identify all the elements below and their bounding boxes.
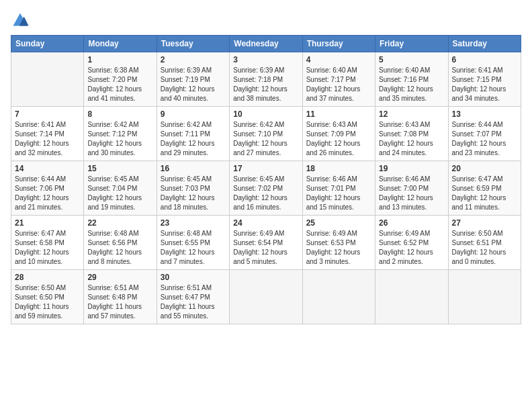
day-info: Sunrise: 6:39 AM Sunset: 7:19 PM Dayligh…: [161, 66, 226, 103]
calendar-cell: 28Sunrise: 6:50 AM Sunset: 6:50 PM Dayli…: [11, 270, 84, 324]
day-number: 5: [379, 55, 444, 64]
day-info: Sunrise: 6:41 AM Sunset: 7:15 PM Dayligh…: [452, 66, 517, 103]
day-info: Sunrise: 6:51 AM Sunset: 6:47 PM Dayligh…: [161, 283, 226, 321]
calendar-week-2: 7Sunrise: 6:41 AM Sunset: 7:14 PM Daylig…: [11, 107, 521, 161]
day-info: Sunrise: 6:50 AM Sunset: 6:50 PM Dayligh…: [15, 283, 80, 321]
day-info: Sunrise: 6:49 AM Sunset: 6:53 PM Dayligh…: [306, 229, 371, 267]
day-info: Sunrise: 6:47 AM Sunset: 6:59 PM Dayligh…: [452, 175, 517, 212]
day-info: Sunrise: 6:40 AM Sunset: 7:17 PM Dayligh…: [306, 66, 371, 103]
calendar-cell: 26Sunrise: 6:49 AM Sunset: 6:52 PM Dayli…: [375, 216, 448, 270]
logo-icon: [11, 11, 30, 30]
day-number: 6: [452, 55, 517, 64]
day-number: 27: [452, 218, 517, 228]
day-number: 28: [15, 273, 80, 282]
day-number: 14: [15, 164, 80, 173]
header-cell-wednesday: Wednesday: [230, 36, 302, 52]
day-number: 22: [87, 218, 152, 228]
calendar-cell: 17Sunrise: 6:45 AM Sunset: 7:02 PM Dayli…: [230, 161, 302, 216]
day-number: 24: [233, 218, 298, 228]
day-number: 2: [161, 55, 226, 64]
calendar-cell: 29Sunrise: 6:51 AM Sunset: 6:48 PM Dayli…: [84, 270, 157, 324]
day-info: Sunrise: 6:42 AM Sunset: 7:10 PM Dayligh…: [233, 120, 298, 158]
calendar-cell: 22Sunrise: 6:48 AM Sunset: 6:56 PM Dayli…: [84, 216, 157, 270]
day-number: 29: [87, 273, 152, 282]
header-cell-sunday: Sunday: [11, 36, 84, 52]
day-info: Sunrise: 6:40 AM Sunset: 7:16 PM Dayligh…: [379, 66, 444, 103]
calendar-cell: 8Sunrise: 6:42 AM Sunset: 7:12 PM Daylig…: [84, 107, 157, 161]
calendar-cell: 18Sunrise: 6:46 AM Sunset: 7:01 PM Dayli…: [302, 161, 375, 216]
calendar-week-3: 14Sunrise: 6:44 AM Sunset: 7:06 PM Dayli…: [11, 161, 521, 216]
day-info: Sunrise: 6:47 AM Sunset: 6:58 PM Dayligh…: [15, 229, 80, 267]
day-number: 18: [306, 164, 371, 173]
day-number: 17: [233, 164, 298, 173]
calendar-cell: [302, 270, 375, 324]
day-info: Sunrise: 6:49 AM Sunset: 6:54 PM Dayligh…: [233, 229, 298, 267]
calendar-cell: 14Sunrise: 6:44 AM Sunset: 7:06 PM Dayli…: [11, 161, 84, 216]
day-info: Sunrise: 6:48 AM Sunset: 6:56 PM Dayligh…: [87, 229, 152, 267]
header-row: SundayMondayTuesdayWednesdayThursdayFrid…: [11, 36, 521, 52]
header-cell-friday: Friday: [375, 36, 448, 52]
calendar-cell: 6Sunrise: 6:41 AM Sunset: 7:15 PM Daylig…: [448, 52, 521, 107]
day-number: 23: [161, 218, 226, 228]
calendar-cell: [448, 270, 521, 324]
calendar-table: SundayMondayTuesdayWednesdayThursdayFrid…: [11, 35, 521, 324]
day-number: 3: [233, 55, 298, 64]
day-number: 20: [452, 164, 517, 173]
day-info: Sunrise: 6:51 AM Sunset: 6:48 PM Dayligh…: [87, 283, 152, 321]
day-info: Sunrise: 6:46 AM Sunset: 7:00 PM Dayligh…: [379, 175, 444, 212]
day-number: 25: [306, 218, 371, 228]
logo: [11, 11, 31, 30]
calendar-cell: 27Sunrise: 6:50 AM Sunset: 6:51 PM Dayli…: [448, 216, 521, 270]
calendar-cell: 21Sunrise: 6:47 AM Sunset: 6:58 PM Dayli…: [11, 216, 84, 270]
day-number: 11: [306, 109, 371, 119]
day-info: Sunrise: 6:46 AM Sunset: 7:01 PM Dayligh…: [306, 175, 371, 212]
day-number: 4: [306, 55, 371, 64]
day-info: Sunrise: 6:41 AM Sunset: 7:14 PM Dayligh…: [15, 120, 80, 158]
day-number: 13: [452, 109, 517, 119]
day-info: Sunrise: 6:42 AM Sunset: 7:12 PM Dayligh…: [87, 120, 152, 158]
calendar-cell: 4Sunrise: 6:40 AM Sunset: 7:17 PM Daylig…: [302, 52, 375, 107]
calendar-cell: [375, 270, 448, 324]
calendar-cell: 25Sunrise: 6:49 AM Sunset: 6:53 PM Dayli…: [302, 216, 375, 270]
day-number: 10: [233, 109, 298, 119]
calendar-cell: 3Sunrise: 6:39 AM Sunset: 7:18 PM Daylig…: [230, 52, 302, 107]
day-info: Sunrise: 6:45 AM Sunset: 7:02 PM Dayligh…: [233, 175, 298, 212]
header-cell-thursday: Thursday: [302, 36, 375, 52]
calendar-cell: 12Sunrise: 6:43 AM Sunset: 7:08 PM Dayli…: [375, 107, 448, 161]
day-number: 8: [87, 109, 152, 119]
day-info: Sunrise: 6:43 AM Sunset: 7:09 PM Dayligh…: [306, 120, 371, 158]
calendar-week-1: 1Sunrise: 6:38 AM Sunset: 7:20 PM Daylig…: [11, 52, 521, 107]
calendar-cell: 19Sunrise: 6:46 AM Sunset: 7:00 PM Dayli…: [375, 161, 448, 216]
day-info: Sunrise: 6:44 AM Sunset: 7:07 PM Dayligh…: [452, 120, 517, 158]
calendar-cell: 16Sunrise: 6:45 AM Sunset: 7:03 PM Dayli…: [157, 161, 229, 216]
day-number: 21: [15, 218, 80, 228]
calendar-cell: 30Sunrise: 6:51 AM Sunset: 6:47 PM Dayli…: [157, 270, 229, 324]
day-number: 19: [379, 164, 444, 173]
day-info: Sunrise: 6:48 AM Sunset: 6:55 PM Dayligh…: [161, 229, 226, 267]
calendar-cell: 2Sunrise: 6:39 AM Sunset: 7:19 PM Daylig…: [157, 52, 229, 107]
calendar-cell: 5Sunrise: 6:40 AM Sunset: 7:16 PM Daylig…: [375, 52, 448, 107]
calendar-cell: 7Sunrise: 6:41 AM Sunset: 7:14 PM Daylig…: [11, 107, 84, 161]
day-info: Sunrise: 6:45 AM Sunset: 7:04 PM Dayligh…: [87, 175, 152, 212]
page-header: [11, 11, 521, 30]
calendar-body: 1Sunrise: 6:38 AM Sunset: 7:20 PM Daylig…: [11, 52, 521, 324]
calendar-cell: 24Sunrise: 6:49 AM Sunset: 6:54 PM Dayli…: [230, 216, 302, 270]
day-number: 7: [15, 109, 80, 119]
calendar-cell: 20Sunrise: 6:47 AM Sunset: 6:59 PM Dayli…: [448, 161, 521, 216]
calendar-cell: 13Sunrise: 6:44 AM Sunset: 7:07 PM Dayli…: [448, 107, 521, 161]
calendar-cell: 1Sunrise: 6:38 AM Sunset: 7:20 PM Daylig…: [84, 52, 157, 107]
day-number: 15: [87, 164, 152, 173]
calendar-cell: 9Sunrise: 6:42 AM Sunset: 7:11 PM Daylig…: [157, 107, 229, 161]
calendar-week-5: 28Sunrise: 6:50 AM Sunset: 6:50 PM Dayli…: [11, 270, 521, 324]
calendar-week-4: 21Sunrise: 6:47 AM Sunset: 6:58 PM Dayli…: [11, 216, 521, 270]
day-info: Sunrise: 6:44 AM Sunset: 7:06 PM Dayligh…: [15, 175, 80, 212]
calendar-cell: 15Sunrise: 6:45 AM Sunset: 7:04 PM Dayli…: [84, 161, 157, 216]
calendar-cell: [230, 270, 302, 324]
day-info: Sunrise: 6:42 AM Sunset: 7:11 PM Dayligh…: [161, 120, 226, 158]
day-info: Sunrise: 6:50 AM Sunset: 6:51 PM Dayligh…: [452, 229, 517, 267]
day-info: Sunrise: 6:39 AM Sunset: 7:18 PM Dayligh…: [233, 66, 298, 103]
day-number: 26: [379, 218, 444, 228]
header-cell-saturday: Saturday: [448, 36, 521, 52]
day-number: 12: [379, 109, 444, 119]
day-number: 30: [161, 273, 226, 282]
